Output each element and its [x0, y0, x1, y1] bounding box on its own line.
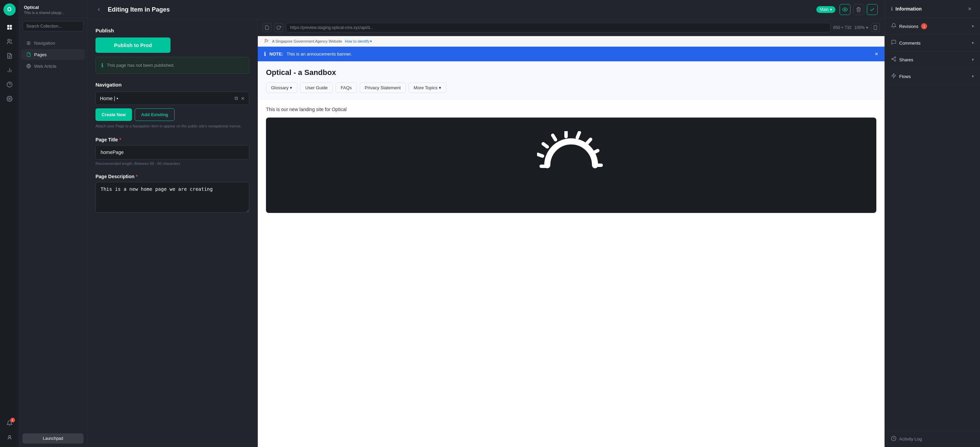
close-right-panel-button[interactable]: ✕	[966, 5, 974, 13]
save-button[interactable]	[867, 4, 878, 15]
clear-navigation-icon[interactable]: ✕	[241, 96, 245, 101]
web-article-icon	[26, 63, 31, 69]
app-name: Optical	[24, 5, 82, 10]
navigation-hint: Attach your Page to a Navigation item to…	[95, 124, 249, 129]
page-description-section: Page Description *	[95, 174, 249, 214]
navigation-section: Navigation ⧉ ✕ Create New Add Existing A…	[95, 82, 249, 129]
shares-section-label: Shares	[899, 57, 913, 62]
page-title-hint: Recommended length: Between 50 - 60 char…	[95, 162, 249, 166]
preview-site-title: Optical - a Sandbox	[266, 68, 877, 77]
add-existing-button[interactable]: Add Existing	[135, 108, 175, 121]
branch-selector[interactable]: Main ▾	[816, 6, 835, 13]
main-header: Editing Item in Pages Main ▾	[87, 0, 885, 19]
nav-link-faqs[interactable]: FAQs	[336, 82, 357, 93]
search-collection-input[interactable]: Search Collection...	[22, 21, 84, 31]
back-button[interactable]	[94, 5, 103, 14]
shares-section: Shares ▾	[885, 51, 980, 68]
preview-panel: https://preview.staging.optical-cms.xyz/…	[258, 19, 885, 447]
svg-point-30	[892, 58, 893, 60]
external-link-icon[interactable]: ⧉	[235, 95, 238, 101]
shares-section-header[interactable]: Shares ▾	[885, 51, 980, 68]
icon-content[interactable]	[3, 50, 16, 62]
page-description-textarea[interactable]	[95, 182, 249, 212]
sidebar-header: Optical This is a shared playgr...	[19, 0, 87, 18]
svg-point-13	[8, 436, 11, 437]
preview-nav-page-icon[interactable]	[262, 23, 271, 32]
svg-point-12	[8, 98, 10, 100]
icon-analytics[interactable]	[3, 64, 16, 76]
preview-site-image	[266, 117, 877, 213]
preview-site: 🏳 A Singapore Government Agency Website …	[258, 36, 885, 447]
branch-label: Main	[820, 7, 829, 12]
revisions-badge: 1	[921, 23, 927, 29]
nav-link-privacy[interactable]: Privacy Statement	[360, 82, 406, 93]
activity-log-icon	[891, 436, 896, 442]
sg-flag-icon: 🏳	[264, 38, 269, 44]
right-panel-header: ℹ Information ✕	[885, 0, 980, 18]
publish-to-prod-button[interactable]: Publish to Prod	[95, 38, 170, 53]
branch-chevron-icon: ▾	[830, 7, 832, 12]
preview-zoom-selector[interactable]: 100% ▾	[854, 25, 868, 30]
flows-section-header[interactable]: Flows ▾	[885, 68, 980, 84]
preview-site-header: Optical - a Sandbox Glossary ▾ User Guid…	[258, 61, 885, 100]
preview-site-body: This is our new landing site for Optical	[258, 100, 885, 220]
app-subtitle: This is a shared playgr...	[24, 11, 82, 15]
app-logo: O	[3, 3, 16, 16]
flows-label-row: Flows	[891, 73, 911, 80]
edit-panel: Publish Publish to Prod ℹ This page has …	[87, 19, 258, 447]
svg-line-32	[893, 59, 895, 60]
navigation-section-title: Navigation	[95, 82, 249, 87]
create-new-button[interactable]: Create New	[95, 108, 132, 121]
publish-section: Publish Publish to Prod ℹ This page has …	[95, 28, 249, 74]
comments-section-header[interactable]: Comments ▾	[885, 35, 980, 51]
sidebar-item-navigation[interactable]: ⊞ Navigation	[21, 38, 85, 48]
main-area: Editing Item in Pages Main ▾ Publish Pub…	[87, 0, 885, 447]
svg-rect-2	[7, 28, 9, 30]
page-title-required: *	[119, 137, 121, 143]
navigation-input[interactable]	[100, 96, 232, 101]
revisions-icon	[891, 23, 896, 30]
page-title-input[interactable]	[95, 145, 249, 159]
icon-collections[interactable]	[3, 21, 16, 33]
navigation-icon: ⊞	[26, 40, 31, 46]
sidebar-item-pages-label: Pages	[34, 52, 47, 57]
right-panel-title-row: ℹ Information	[891, 6, 922, 11]
activity-log-button[interactable]: Activity Log	[885, 431, 980, 447]
comments-label-row: Comments	[891, 40, 921, 46]
sidebar-item-pages[interactable]: Pages	[21, 49, 85, 60]
flows-section: Flows ▾	[885, 68, 980, 85]
sidebar-footer: Launchpad	[19, 430, 87, 447]
identify-link[interactable]: How to identify ▾	[345, 39, 372, 44]
icon-profile[interactable]	[3, 431, 16, 444]
announcement-note: NOTE:	[269, 51, 283, 57]
launchpad-button[interactable]: Launchpad	[22, 433, 84, 444]
icon-settings[interactable]	[3, 93, 16, 105]
revisions-section-label: Revisions	[899, 24, 918, 29]
revisions-label-row: Revisions 1	[891, 23, 927, 30]
delete-button[interactable]	[853, 4, 864, 15]
preview-toggle-button[interactable]	[840, 4, 850, 15]
page-description-required: *	[136, 174, 137, 179]
sidebar-item-web-article[interactable]: Web Article	[21, 61, 85, 71]
icon-notifications[interactable]: 1	[3, 417, 16, 429]
page-title-label: Page Title *	[95, 137, 249, 143]
nav-link-user-guide[interactable]: User Guide	[300, 82, 333, 93]
revisions-section-header[interactable]: Revisions 1 ▾	[885, 18, 980, 35]
announcement-icon: ℹ	[264, 51, 266, 57]
nav-link-glossary[interactable]: Glossary ▾	[266, 82, 298, 93]
close-announcement-icon[interactable]: ✕	[875, 51, 878, 57]
icon-users[interactable]	[3, 35, 16, 48]
page-description-label: Page Description *	[95, 174, 249, 179]
info-icon: ℹ	[101, 62, 103, 68]
nav-link-more-topics[interactable]: More Topics ▾	[409, 82, 446, 93]
sidebar-item-web-article-label: Web Article	[34, 64, 57, 69]
comments-section-label: Comments	[899, 41, 921, 46]
optical-logo-svg	[537, 131, 605, 199]
identify-chevron-icon: ▾	[370, 39, 372, 44]
svg-line-23	[577, 133, 579, 138]
icon-help[interactable]	[3, 78, 16, 90]
preview-url-bar[interactable]: https://preview.staging.optical-cms.xyz/…	[286, 23, 830, 32]
preview-device-button[interactable]	[871, 23, 880, 32]
announcement-banner: ℹ NOTE: This is an annoucements banner. …	[258, 47, 885, 61]
preview-refresh-button[interactable]	[274, 23, 283, 32]
